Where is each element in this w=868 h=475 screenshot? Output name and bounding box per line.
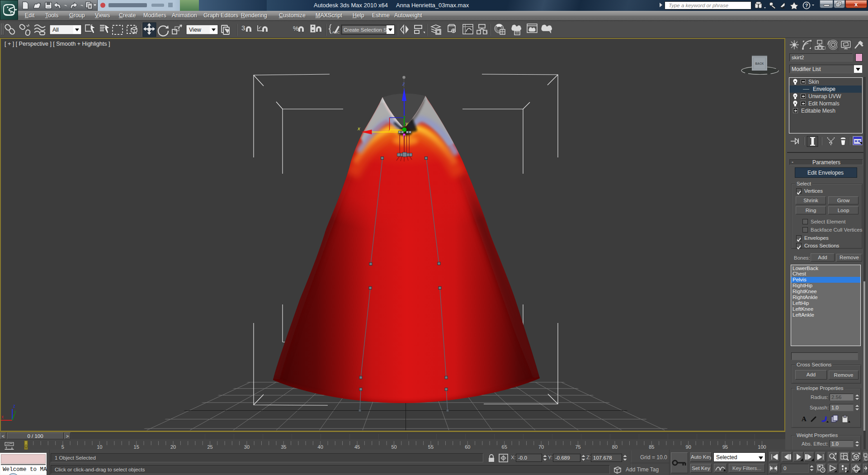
svg-text:50: 50 (391, 444, 396, 450)
svg-text:40: 40 (318, 444, 323, 450)
svg-text:100: 100 (758, 444, 766, 450)
svg-text:y: y (14, 409, 16, 414)
svg-text:?: ? (805, 3, 808, 8)
svg-text:BACK: BACK (755, 62, 764, 65)
svg-text:ABC: ABC (332, 30, 340, 34)
svg-text:View: View (189, 27, 202, 33)
svg-text:x: x (357, 126, 360, 131)
svg-text:70: 70 (538, 444, 544, 450)
svg-text:25: 25 (207, 444, 212, 450)
svg-text:45: 45 (354, 444, 360, 450)
svg-text:%: % (293, 25, 298, 32)
svg-text:20: 20 (170, 444, 176, 450)
svg-text:All: All (52, 27, 59, 33)
svg-text:Create Selection Se: Create Selection Se (344, 27, 390, 33)
svg-text:75: 75 (575, 444, 580, 450)
svg-text:85: 85 (649, 444, 654, 450)
svg-text:z: z (402, 81, 405, 86)
svg-text:z: z (13, 404, 15, 408)
svg-text:5: 5 (61, 444, 64, 450)
svg-text:x: x (1, 414, 4, 419)
svg-text:90: 90 (686, 444, 691, 450)
svg-text:95: 95 (722, 444, 728, 450)
svg-text:15: 15 (134, 444, 139, 450)
svg-text:35: 35 (281, 444, 286, 450)
svg-text:65: 65 (502, 444, 507, 450)
svg-text:10: 10 (97, 444, 102, 450)
svg-text:[ + ] [ Perspective ] [ Smooth: [ + ] [ Perspective ] [ Smooth + Highlig… (5, 41, 110, 47)
svg-text:60: 60 (465, 444, 470, 450)
svg-text:30: 30 (244, 444, 250, 450)
svg-text:0: 0 (25, 444, 28, 449)
svg-text:55: 55 (428, 444, 434, 450)
svg-text:3: 3 (241, 24, 245, 32)
svg-text:80: 80 (612, 444, 618, 450)
svg-text:A: A (802, 415, 807, 423)
